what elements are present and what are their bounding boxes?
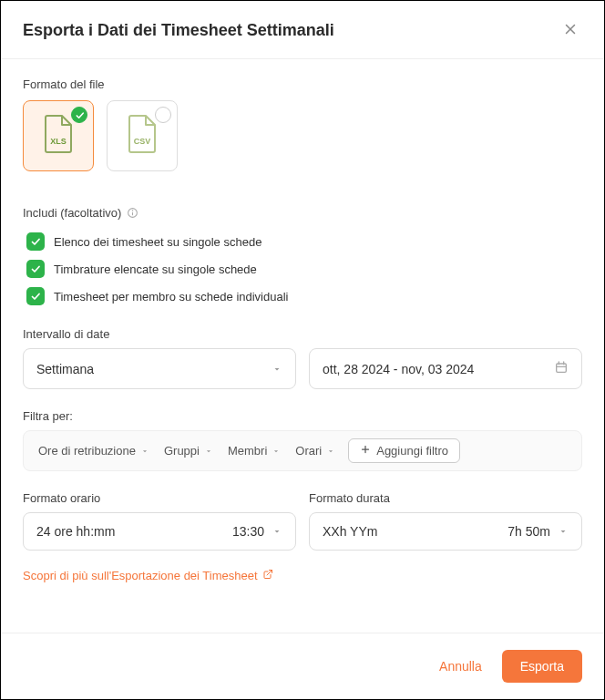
file-csv-icon: CSV <box>126 114 159 158</box>
time-format-label: Formato orario <box>23 491 296 505</box>
include-option-label: Timesheet per membro su schede individua… <box>54 290 288 304</box>
include-option-label: Elenco dei timesheet su singole schede <box>54 235 261 249</box>
include-section: Includi (facoltativo) Elenco dei timeshe… <box>23 206 582 305</box>
file-format-options: XLS CSV <box>23 100 582 171</box>
external-link-icon <box>262 569 273 582</box>
add-filter-button[interactable]: Aggiungi filtro <box>348 438 460 463</box>
file-xls-icon: XLS <box>42 114 75 158</box>
close-button[interactable] <box>559 17 582 44</box>
info-icon[interactable] <box>127 207 138 219</box>
time-format-value: 24 ore hh:mm <box>36 524 115 539</box>
filter-chip-label: Orari <box>295 444 322 458</box>
duration-format-value: XXh YYm <box>323 524 377 539</box>
chevron-down-icon <box>326 447 335 456</box>
date-range-row: Settimana ott, 28 2024 - nov, 03 2024 <box>23 348 582 389</box>
time-format-col: Formato orario 24 ore hh:mm 13:30 <box>23 491 296 551</box>
filter-chip-label: Membri <box>228 444 267 458</box>
modal-header: Esporta i Dati dei Timesheet Settimanali <box>1 1 604 59</box>
modal-body: Formato del file XLS <box>1 59 604 633</box>
include-option-punches[interactable]: Timbrature elencate su singole schede <box>23 260 582 278</box>
close-icon <box>562 21 579 40</box>
filter-label: Filtra per: <box>23 409 582 423</box>
checkbox-checked-icon <box>26 232 45 251</box>
include-option-member-sheets[interactable]: Timesheet per membro su schede individua… <box>23 287 582 305</box>
include-label-row: Includi (facoltativo) <box>23 206 582 220</box>
filter-bar: Ore di retribuzione Gruppi Membri Orari … <box>23 430 582 471</box>
modal-title: Esporta i Dati dei Timesheet Settimanali <box>23 21 334 40</box>
checkbox-checked-icon <box>26 260 45 278</box>
filter-chip-label: Gruppi <box>164 444 200 458</box>
filter-chip-label: Ore di retribuzione <box>38 444 136 458</box>
learn-more-text: Scopri di più sull'Esportazione dei Time… <box>23 569 258 582</box>
date-value: ott, 28 2024 - nov, 03 2024 <box>323 362 474 376</box>
chevron-down-icon <box>204 447 213 456</box>
file-format-xls[interactable]: XLS <box>23 100 94 171</box>
include-option-timesheet-list[interactable]: Elenco dei timesheet su singole schede <box>23 232 582 251</box>
format-columns: Formato orario 24 ore hh:mm 13:30 Format… <box>23 491 582 551</box>
chevron-down-icon <box>272 526 282 537</box>
duration-format-label: Formato durata <box>309 491 582 505</box>
file-format-label: Formato del file <box>23 77 582 91</box>
include-option-label: Timbrature elencate su singole schede <box>54 262 257 276</box>
chevron-down-icon <box>558 526 569 537</box>
export-modal: Esporta i Dati dei Timesheet Settimanali… <box>0 0 605 700</box>
calendar-icon <box>554 360 569 377</box>
svg-text:CSV: CSV <box>134 137 151 146</box>
date-range-label: Intervallo di date <box>23 327 582 341</box>
modal-footer: Annulla Esporta <box>1 633 604 699</box>
svg-line-13 <box>267 571 272 576</box>
chevron-down-icon <box>140 447 149 456</box>
filter-chip-schedules[interactable]: Orari <box>290 440 341 461</box>
add-filter-label: Aggiungi filtro <box>376 444 448 458</box>
chevron-down-icon <box>272 364 282 375</box>
duration-format-col: Formato durata XXh YYm 7h 50m <box>309 491 582 551</box>
date-picker[interactable]: ott, 28 2024 - nov, 03 2024 <box>309 348 582 389</box>
duration-format-example: 7h 50m <box>508 524 550 539</box>
time-format-select[interactable]: 24 ore hh:mm 13:30 <box>23 512 296 551</box>
filter-chip-members[interactable]: Membri <box>222 440 286 461</box>
radio-empty-icon <box>155 107 171 123</box>
svg-text:XLS: XLS <box>50 137 67 146</box>
filter-chip-pay-hours[interactable]: Ore di retribuzione <box>33 440 155 461</box>
svg-rect-7 <box>557 364 567 372</box>
checkmark-icon <box>71 107 87 123</box>
plus-icon <box>360 444 371 458</box>
filter-chip-groups[interactable]: Gruppi <box>159 440 219 461</box>
svg-point-6 <box>133 211 134 211</box>
cancel-button[interactable]: Annulla <box>436 652 486 681</box>
include-label: Includi (facoltativo) <box>23 206 121 220</box>
period-select[interactable]: Settimana <box>23 348 296 389</box>
chevron-down-icon <box>272 447 281 456</box>
duration-format-select[interactable]: XXh YYm 7h 50m <box>309 512 582 551</box>
file-format-csv[interactable]: CSV <box>107 100 178 171</box>
period-value: Settimana <box>36 362 94 376</box>
learn-more-link[interactable]: Scopri di più sull'Esportazione dei Time… <box>23 569 273 582</box>
time-format-example: 13:30 <box>232 524 264 539</box>
export-button[interactable]: Esporta <box>502 650 582 683</box>
checkbox-checked-icon <box>26 287 45 305</box>
